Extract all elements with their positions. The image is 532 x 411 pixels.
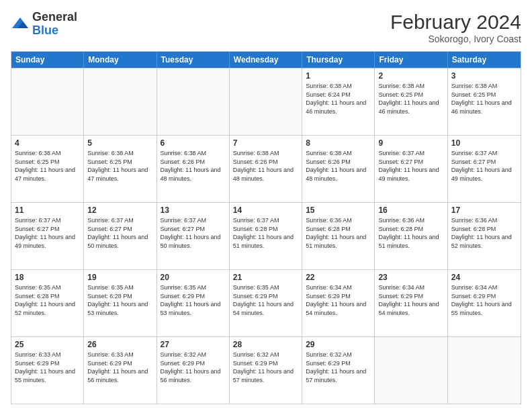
day-number: 27 xyxy=(161,340,226,349)
day-info: Sunrise: 6:35 AM Sunset: 6:28 PM Dayligh… xyxy=(87,283,152,317)
day-info: Sunrise: 6:36 AM Sunset: 6:28 PM Dayligh… xyxy=(451,216,517,250)
calendar-cell: 11Sunrise: 6:37 AM Sunset: 6:27 PM Dayli… xyxy=(11,203,84,269)
calendar-header-cell: Thursday xyxy=(302,52,375,68)
calendar-week: 11Sunrise: 6:37 AM Sunset: 6:27 PM Dayli… xyxy=(11,202,521,269)
day-info: Sunrise: 6:35 AM Sunset: 6:29 PM Dayligh… xyxy=(233,283,298,317)
day-number: 12 xyxy=(87,205,152,215)
day-number: 4 xyxy=(15,138,80,148)
day-number: 19 xyxy=(87,273,152,282)
day-info: Sunrise: 6:38 AM Sunset: 6:25 PM Dayligh… xyxy=(15,149,80,183)
day-info: Sunrise: 6:37 AM Sunset: 6:27 PM Dayligh… xyxy=(378,149,443,183)
calendar-cell: 9Sunrise: 6:37 AM Sunset: 6:27 PM Daylig… xyxy=(375,136,447,202)
day-info: Sunrise: 6:38 AM Sunset: 6:25 PM Dayligh… xyxy=(87,149,152,183)
calendar-cell: 4Sunrise: 6:38 AM Sunset: 6:25 PM Daylig… xyxy=(11,136,84,202)
day-number: 22 xyxy=(306,273,371,282)
day-info: Sunrise: 6:32 AM Sunset: 6:29 PM Dayligh… xyxy=(161,351,226,384)
logo: General Blue xyxy=(11,11,77,38)
calendar-cell: 13Sunrise: 6:37 AM Sunset: 6:27 PM Dayli… xyxy=(157,203,230,269)
calendar-cell: 8Sunrise: 6:38 AM Sunset: 6:26 PM Daylig… xyxy=(302,136,375,202)
day-number: 3 xyxy=(451,71,517,81)
day-info: Sunrise: 6:32 AM Sunset: 6:29 PM Dayligh… xyxy=(306,351,371,384)
calendar-header-cell: Friday xyxy=(375,52,447,68)
day-number: 21 xyxy=(233,273,298,282)
logo-blue-text: Blue xyxy=(32,24,77,38)
day-info: Sunrise: 6:38 AM Sunset: 6:25 PM Dayligh… xyxy=(378,82,443,116)
calendar-cell: 1Sunrise: 6:38 AM Sunset: 6:24 PM Daylig… xyxy=(302,68,375,135)
day-number: 5 xyxy=(87,138,152,148)
calendar-cell: 19Sunrise: 6:35 AM Sunset: 6:28 PM Dayli… xyxy=(84,270,157,336)
day-number: 20 xyxy=(161,273,226,282)
calendar-cell: 27Sunrise: 6:32 AM Sunset: 6:29 PM Dayli… xyxy=(157,337,230,404)
calendar-cell: 26Sunrise: 6:33 AM Sunset: 6:29 PM Dayli… xyxy=(84,337,157,404)
header: General Blue February 2024 Sokorogo, Ivo… xyxy=(11,11,521,44)
day-number: 17 xyxy=(451,205,517,215)
calendar-cell: 22Sunrise: 6:34 AM Sunset: 6:29 PM Dayli… xyxy=(302,270,375,336)
calendar-cell: 14Sunrise: 6:37 AM Sunset: 6:28 PM Dayli… xyxy=(230,203,302,269)
day-info: Sunrise: 6:33 AM Sunset: 6:29 PM Dayligh… xyxy=(15,351,80,384)
calendar-cell xyxy=(375,337,447,404)
day-info: Sunrise: 6:38 AM Sunset: 6:26 PM Dayligh… xyxy=(306,149,371,183)
subtitle: Sokorogo, Ivory Coast xyxy=(390,34,521,44)
calendar-cell: 2Sunrise: 6:38 AM Sunset: 6:25 PM Daylig… xyxy=(375,68,447,135)
day-number: 23 xyxy=(378,273,443,282)
calendar-cell: 5Sunrise: 6:38 AM Sunset: 6:25 PM Daylig… xyxy=(84,136,157,202)
calendar-cell: 3Sunrise: 6:38 AM Sunset: 6:25 PM Daylig… xyxy=(448,68,521,135)
calendar-cell: 25Sunrise: 6:33 AM Sunset: 6:29 PM Dayli… xyxy=(11,337,84,404)
day-number: 29 xyxy=(306,340,371,349)
calendar-header-cell: Saturday xyxy=(448,52,521,68)
main-title: February 2024 xyxy=(390,11,521,34)
day-number: 15 xyxy=(306,205,371,215)
day-info: Sunrise: 6:34 AM Sunset: 6:29 PM Dayligh… xyxy=(306,283,371,317)
calendar-cell: 12Sunrise: 6:37 AM Sunset: 6:27 PM Dayli… xyxy=(84,203,157,269)
day-info: Sunrise: 6:35 AM Sunset: 6:29 PM Dayligh… xyxy=(161,283,226,317)
day-info: Sunrise: 6:38 AM Sunset: 6:26 PM Dayligh… xyxy=(233,149,298,183)
day-info: Sunrise: 6:38 AM Sunset: 6:25 PM Dayligh… xyxy=(451,82,517,116)
day-number: 10 xyxy=(451,138,517,148)
calendar-body: 1Sunrise: 6:38 AM Sunset: 6:24 PM Daylig… xyxy=(11,68,521,404)
day-info: Sunrise: 6:38 AM Sunset: 6:24 PM Dayligh… xyxy=(306,82,371,116)
calendar-week: 4Sunrise: 6:38 AM Sunset: 6:25 PM Daylig… xyxy=(11,135,521,202)
title-block: February 2024 Sokorogo, Ivory Coast xyxy=(390,11,521,44)
calendar-cell: 17Sunrise: 6:36 AM Sunset: 6:28 PM Dayli… xyxy=(448,203,521,269)
calendar-cell xyxy=(157,68,230,135)
calendar: SundayMondayTuesdayWednesdayThursdayFrid… xyxy=(11,51,521,404)
logo-text: General Blue xyxy=(32,11,77,38)
calendar-cell: 18Sunrise: 6:35 AM Sunset: 6:28 PM Dayli… xyxy=(11,270,84,336)
day-info: Sunrise: 6:38 AM Sunset: 6:26 PM Dayligh… xyxy=(161,149,226,183)
day-info: Sunrise: 6:35 AM Sunset: 6:28 PM Dayligh… xyxy=(15,283,80,317)
calendar-cell: 6Sunrise: 6:38 AM Sunset: 6:26 PM Daylig… xyxy=(157,136,230,202)
day-info: Sunrise: 6:37 AM Sunset: 6:27 PM Dayligh… xyxy=(15,216,80,250)
calendar-cell xyxy=(84,68,157,135)
day-info: Sunrise: 6:36 AM Sunset: 6:28 PM Dayligh… xyxy=(306,216,371,250)
day-info: Sunrise: 6:34 AM Sunset: 6:29 PM Dayligh… xyxy=(378,283,443,317)
day-number: 26 xyxy=(87,340,152,349)
calendar-header-cell: Monday xyxy=(84,52,157,68)
day-info: Sunrise: 6:34 AM Sunset: 6:29 PM Dayligh… xyxy=(451,283,517,317)
calendar-header-row: SundayMondayTuesdayWednesdayThursdayFrid… xyxy=(11,52,521,68)
calendar-week: 25Sunrise: 6:33 AM Sunset: 6:29 PM Dayli… xyxy=(11,336,521,404)
calendar-cell xyxy=(11,68,84,135)
day-info: Sunrise: 6:36 AM Sunset: 6:28 PM Dayligh… xyxy=(378,216,443,250)
day-info: Sunrise: 6:33 AM Sunset: 6:29 PM Dayligh… xyxy=(87,351,152,384)
day-number: 7 xyxy=(233,138,298,148)
calendar-header-cell: Sunday xyxy=(11,52,84,68)
day-number: 14 xyxy=(233,205,298,215)
calendar-cell: 10Sunrise: 6:37 AM Sunset: 6:27 PM Dayli… xyxy=(448,136,521,202)
calendar-cell: 21Sunrise: 6:35 AM Sunset: 6:29 PM Dayli… xyxy=(230,270,302,336)
day-number: 9 xyxy=(378,138,443,148)
day-info: Sunrise: 6:37 AM Sunset: 6:27 PM Dayligh… xyxy=(87,216,152,250)
calendar-cell: 29Sunrise: 6:32 AM Sunset: 6:29 PM Dayli… xyxy=(302,337,375,404)
day-info: Sunrise: 6:37 AM Sunset: 6:27 PM Dayligh… xyxy=(451,149,517,183)
calendar-cell: 7Sunrise: 6:38 AM Sunset: 6:26 PM Daylig… xyxy=(230,136,302,202)
day-number: 25 xyxy=(15,340,80,349)
logo-general-text: General xyxy=(32,11,77,24)
calendar-cell: 24Sunrise: 6:34 AM Sunset: 6:29 PM Dayli… xyxy=(448,270,521,336)
calendar-cell xyxy=(448,337,521,404)
day-number: 2 xyxy=(378,71,443,81)
day-number: 6 xyxy=(161,138,226,148)
day-number: 24 xyxy=(451,273,517,282)
calendar-week: 1Sunrise: 6:38 AM Sunset: 6:24 PM Daylig… xyxy=(11,68,521,135)
calendar-cell: 23Sunrise: 6:34 AM Sunset: 6:29 PM Dayli… xyxy=(375,270,447,336)
calendar-header-cell: Tuesday xyxy=(157,52,230,68)
day-number: 13 xyxy=(161,205,226,215)
